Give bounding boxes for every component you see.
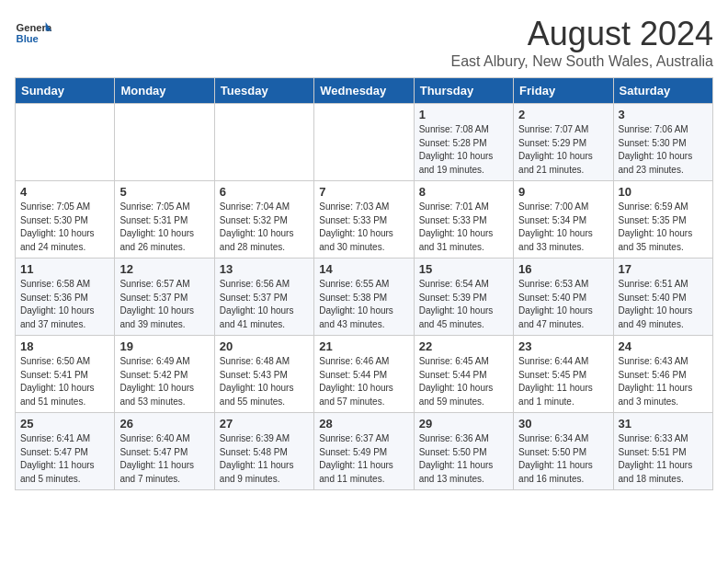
calendar-cell (16, 104, 115, 181)
month-title: August 2024 (451, 15, 713, 53)
day-number: 5 (119, 185, 209, 199)
day-number: 23 (518, 339, 608, 353)
day-info: Sunrise: 6:48 AM Sunset: 5:43 PM Dayligh… (220, 355, 309, 408)
calendar-cell: 1Sunrise: 7:08 AM Sunset: 5:28 PM Daylig… (414, 104, 513, 181)
day-number: 4 (20, 185, 109, 199)
calendar-cell: 6Sunrise: 7:04 AM Sunset: 5:32 PM Daylig… (214, 181, 313, 259)
day-number: 2 (518, 108, 608, 121)
day-info: Sunrise: 7:06 AM Sunset: 5:30 PM Dayligh… (619, 123, 708, 177)
calendar-cell: 18Sunrise: 6:50 AM Sunset: 5:41 PM Dayli… (16, 336, 115, 413)
weekday-header-row: SundayMondayTuesdayWednesdayThursdayFrid… (16, 78, 713, 104)
day-info: Sunrise: 6:57 AM Sunset: 5:37 PM Dayligh… (119, 278, 209, 331)
day-number: 1 (419, 108, 508, 121)
weekday-header-thursday: Thursday (414, 78, 513, 104)
day-info: Sunrise: 6:58 AM Sunset: 5:36 PM Dayligh… (20, 278, 109, 331)
day-number: 9 (518, 185, 608, 199)
weekday-header-sunday: Sunday (16, 78, 115, 104)
day-number: 16 (518, 262, 608, 276)
day-number: 11 (20, 262, 109, 276)
calendar-cell: 12Sunrise: 6:57 AM Sunset: 5:37 PM Dayli… (115, 259, 214, 336)
calendar-cell: 13Sunrise: 6:56 AM Sunset: 5:37 PM Dayli… (214, 259, 313, 336)
day-number: 14 (319, 262, 408, 276)
calendar-week-1: 1Sunrise: 7:08 AM Sunset: 5:28 PM Daylig… (16, 104, 713, 181)
calendar-week-5: 25Sunrise: 6:41 AM Sunset: 5:47 PM Dayli… (16, 413, 713, 490)
day-number: 31 (619, 417, 708, 431)
day-info: Sunrise: 6:45 AM Sunset: 5:44 PM Dayligh… (419, 355, 508, 408)
day-number: 30 (518, 417, 608, 431)
day-number: 12 (119, 262, 209, 276)
logo: General Blue (15, 15, 55, 52)
calendar-week-3: 11Sunrise: 6:58 AM Sunset: 5:36 PM Dayli… (16, 259, 713, 336)
calendar-cell: 25Sunrise: 6:41 AM Sunset: 5:47 PM Dayli… (16, 413, 115, 490)
calendar-table: SundayMondayTuesdayWednesdayThursdayFrid… (15, 77, 713, 490)
calendar-cell: 14Sunrise: 6:55 AM Sunset: 5:38 PM Dayli… (314, 259, 414, 336)
day-info: Sunrise: 6:49 AM Sunset: 5:42 PM Dayligh… (119, 355, 209, 408)
calendar-cell: 26Sunrise: 6:40 AM Sunset: 5:47 PM Dayli… (115, 413, 214, 490)
day-info: Sunrise: 6:55 AM Sunset: 5:38 PM Dayligh… (319, 278, 408, 331)
day-number: 25 (20, 417, 109, 431)
day-info: Sunrise: 7:05 AM Sunset: 5:31 PM Dayligh… (119, 201, 209, 254)
calendar-cell: 30Sunrise: 6:34 AM Sunset: 5:50 PM Dayli… (514, 413, 613, 490)
day-number: 26 (119, 417, 209, 431)
calendar-cell: 22Sunrise: 6:45 AM Sunset: 5:44 PM Dayli… (414, 336, 513, 413)
day-info: Sunrise: 6:43 AM Sunset: 5:46 PM Dayligh… (619, 355, 708, 408)
day-info: Sunrise: 6:41 AM Sunset: 5:47 PM Dayligh… (20, 432, 109, 486)
day-info: Sunrise: 7:08 AM Sunset: 5:28 PM Dayligh… (419, 123, 508, 177)
day-info: Sunrise: 6:59 AM Sunset: 5:35 PM Dayligh… (619, 201, 708, 254)
calendar-cell: 20Sunrise: 6:48 AM Sunset: 5:43 PM Dayli… (214, 336, 313, 413)
location-subtitle: East Albury, New South Wales, Australia (451, 53, 713, 70)
day-info: Sunrise: 6:56 AM Sunset: 5:37 PM Dayligh… (220, 278, 309, 331)
calendar-cell: 9Sunrise: 7:00 AM Sunset: 5:34 PM Daylig… (514, 181, 613, 259)
day-number: 19 (119, 339, 209, 353)
calendar-cell: 3Sunrise: 7:06 AM Sunset: 5:30 PM Daylig… (613, 104, 712, 181)
day-info: Sunrise: 6:53 AM Sunset: 5:40 PM Dayligh… (518, 278, 608, 331)
logo-icon: General Blue (15, 15, 51, 52)
calendar-cell (115, 104, 214, 181)
weekday-header-friday: Friday (514, 78, 613, 104)
day-number: 18 (20, 339, 109, 353)
day-info: Sunrise: 6:44 AM Sunset: 5:45 PM Dayligh… (518, 355, 608, 408)
calendar-cell: 10Sunrise: 6:59 AM Sunset: 5:35 PM Dayli… (613, 181, 712, 259)
day-info: Sunrise: 7:07 AM Sunset: 5:29 PM Dayligh… (518, 123, 608, 177)
weekday-header-wednesday: Wednesday (314, 78, 414, 104)
calendar-cell: 4Sunrise: 7:05 AM Sunset: 5:30 PM Daylig… (16, 181, 115, 259)
day-number: 8 (419, 185, 508, 199)
calendar-cell: 23Sunrise: 6:44 AM Sunset: 5:45 PM Dayli… (514, 336, 613, 413)
day-number: 20 (220, 339, 309, 353)
day-info: Sunrise: 7:04 AM Sunset: 5:32 PM Dayligh… (220, 201, 309, 254)
day-number: 6 (220, 185, 309, 199)
svg-text:Blue: Blue (17, 33, 39, 44)
day-number: 29 (419, 417, 508, 431)
day-info: Sunrise: 6:34 AM Sunset: 5:50 PM Dayligh… (518, 432, 608, 486)
day-number: 21 (319, 339, 408, 353)
day-number: 7 (319, 185, 408, 199)
day-info: Sunrise: 6:50 AM Sunset: 5:41 PM Dayligh… (20, 355, 109, 408)
calendar-week-2: 4Sunrise: 7:05 AM Sunset: 5:30 PM Daylig… (16, 181, 713, 259)
calendar-cell: 2Sunrise: 7:07 AM Sunset: 5:29 PM Daylig… (514, 104, 613, 181)
calendar-cell: 11Sunrise: 6:58 AM Sunset: 5:36 PM Dayli… (16, 259, 115, 336)
day-number: 24 (619, 339, 708, 353)
calendar-week-4: 18Sunrise: 6:50 AM Sunset: 5:41 PM Dayli… (16, 336, 713, 413)
calendar-cell: 21Sunrise: 6:46 AM Sunset: 5:44 PM Dayli… (314, 336, 414, 413)
day-info: Sunrise: 6:33 AM Sunset: 5:51 PM Dayligh… (619, 432, 708, 486)
calendar-cell: 28Sunrise: 6:37 AM Sunset: 5:49 PM Dayli… (314, 413, 414, 490)
weekday-header-tuesday: Tuesday (214, 78, 313, 104)
weekday-header-monday: Monday (115, 78, 214, 104)
calendar-cell: 19Sunrise: 6:49 AM Sunset: 5:42 PM Dayli… (115, 336, 214, 413)
page-header: General Blue August 2024 East Albury, Ne… (15, 15, 713, 70)
day-info: Sunrise: 6:37 AM Sunset: 5:49 PM Dayligh… (319, 432, 408, 486)
calendar-cell (214, 104, 313, 181)
day-number: 28 (319, 417, 408, 431)
calendar-cell: 17Sunrise: 6:51 AM Sunset: 5:40 PM Dayli… (613, 259, 712, 336)
day-number: 3 (619, 108, 708, 121)
day-info: Sunrise: 7:05 AM Sunset: 5:30 PM Dayligh… (20, 201, 109, 254)
weekday-header-saturday: Saturday (613, 78, 712, 104)
calendar-cell (314, 104, 414, 181)
day-number: 17 (619, 262, 708, 276)
day-info: Sunrise: 6:40 AM Sunset: 5:47 PM Dayligh… (119, 432, 209, 486)
calendar-cell: 16Sunrise: 6:53 AM Sunset: 5:40 PM Dayli… (514, 259, 613, 336)
calendar-cell: 5Sunrise: 7:05 AM Sunset: 5:31 PM Daylig… (115, 181, 214, 259)
day-number: 27 (220, 417, 309, 431)
title-area: August 2024 East Albury, New South Wales… (451, 15, 713, 70)
day-info: Sunrise: 6:54 AM Sunset: 5:39 PM Dayligh… (419, 278, 508, 331)
